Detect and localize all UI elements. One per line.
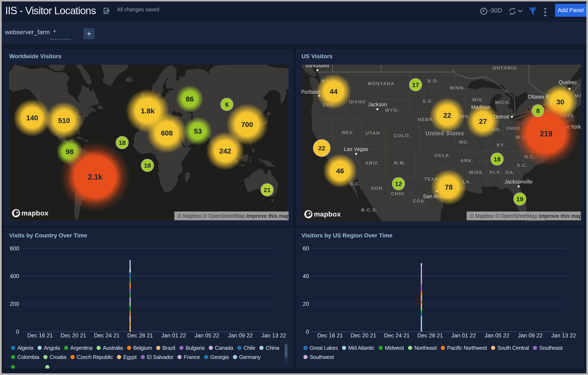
svg-text:140: 140 (26, 114, 38, 122)
svg-text:Jan 05 22: Jan 05 22 (195, 332, 219, 339)
svg-text:242: 242 (219, 147, 231, 155)
svg-text:Jackson: Jackson (368, 101, 387, 107)
svg-text:86: 86 (186, 95, 194, 103)
svg-text:0: 0 (306, 329, 309, 335)
svg-text:Las Vegas: Las Vegas (344, 146, 368, 152)
svg-text:mapbox: mapbox (21, 209, 49, 217)
svg-text:ARK.: ARK. (460, 158, 474, 163)
svg-text:8: 8 (536, 107, 540, 114)
svg-text:600: 600 (10, 245, 19, 252)
svg-text:Jan 05 22: Jan 05 22 (484, 332, 509, 339)
svg-text:WYO.: WYO. (385, 108, 399, 113)
svg-text:78: 78 (445, 183, 453, 191)
svg-text:OKLA.: OKLA. (434, 153, 451, 158)
svg-text:ONTARIO: ONTARIO (493, 65, 517, 71)
svg-text:Dec 20 21: Dec 20 21 (61, 332, 86, 339)
svg-text:608: 608 (161, 129, 173, 137)
svg-text:60: 60 (303, 245, 309, 252)
svg-text:53: 53 (194, 127, 202, 135)
svg-text:MISS.: MISS. (469, 170, 484, 175)
svg-text:mapbox: mapbox (314, 210, 341, 218)
svg-text:Jan 13 22: Jan 13 22 (551, 332, 576, 339)
svg-text:CHIH.: CHIH. (391, 191, 406, 196)
svg-text:Dec 16 21: Dec 16 21 (317, 332, 343, 339)
svg-text:Jan 01 22: Jan 01 22 (161, 332, 186, 339)
svg-text:ALA.: ALA. (489, 169, 502, 175)
svg-text:IDAHO: IDAHO (349, 99, 366, 104)
svg-text:17: 17 (412, 81, 419, 88)
svg-text:COLO.: COLO. (394, 133, 411, 138)
svg-text:Jan 09 22: Jan 09 22 (228, 332, 253, 339)
svg-text:22: 22 (443, 111, 451, 119)
svg-text:21: 21 (263, 187, 271, 193)
svg-text:700: 700 (241, 121, 253, 128)
svg-text:0: 0 (16, 329, 19, 335)
svg-text:N.M.: N.M. (394, 160, 406, 165)
svg-text:MO.: MO. (459, 140, 469, 145)
svg-text:S.C.: S.C. (517, 163, 528, 168)
svg-text:© Mapbox © OpenStreetMap Impro: © Mapbox © OpenStreetMap Improve this ma… (178, 213, 289, 219)
svg-text:NEV.: NEV. (342, 130, 354, 135)
svg-text:KY.: KY. (497, 143, 505, 148)
svg-text:44: 44 (330, 88, 337, 95)
svg-text:20: 20 (303, 301, 309, 307)
svg-text:22: 22 (318, 145, 325, 152)
svg-text:MINN.: MINN. (450, 85, 466, 90)
svg-text:S.D.: S.D. (423, 99, 434, 104)
svg-text:19: 19 (516, 196, 523, 202)
svg-text:40: 40 (303, 273, 309, 279)
svg-text:400: 400 (10, 273, 19, 279)
svg-text:Jan 01 22: Jan 01 22 (451, 332, 476, 339)
svg-text:1.8k: 1.8k (141, 107, 155, 115)
svg-text:18: 18 (119, 139, 126, 146)
svg-text:219: 219 (540, 130, 552, 138)
svg-text:SON.: SON. (371, 186, 384, 191)
svg-text:6: 6 (225, 101, 229, 108)
svg-text:WIS.: WIS. (472, 97, 484, 102)
svg-text:Vancouver: Vancouver (305, 65, 330, 68)
svg-text:510: 510 (58, 117, 70, 124)
svg-text:Dec 24 21: Dec 24 21 (94, 332, 119, 339)
svg-text:2.1k: 2.1k (88, 173, 103, 181)
svg-text:Jan 09 22: Jan 09 22 (518, 332, 543, 339)
svg-text:ARIZ.: ARIZ. (365, 160, 380, 165)
svg-text:Jan 13 22: Jan 13 22 (262, 332, 286, 339)
svg-text:Ottawa: Ottawa (528, 94, 544, 99)
svg-text:Dec 24 21: Dec 24 21 (384, 332, 410, 339)
svg-text:B.C.S.: B.C.S. (361, 207, 378, 212)
svg-text:MONTANA: MONTANA (368, 81, 395, 86)
svg-text:46: 46 (336, 167, 344, 175)
svg-text:Dec 28 21: Dec 28 21 (127, 332, 153, 339)
svg-text:12: 12 (395, 180, 402, 187)
svg-text:N.D.: N.D. (427, 78, 439, 84)
svg-text:Dec 28 21: Dec 28 21 (417, 332, 443, 339)
svg-text:MICH.: MICH. (495, 100, 511, 105)
svg-text:Jacksonville: Jacksonville (504, 179, 533, 185)
svg-text:© Mapbox © OpenStreetMap Impro: © Mapbox © OpenStreetMap Improve this ma… (470, 213, 581, 219)
svg-text:18: 18 (494, 156, 500, 163)
svg-text:UTAH: UTAH (366, 131, 380, 136)
svg-text:GA.: GA. (505, 170, 515, 175)
svg-text:18: 18 (144, 162, 151, 169)
svg-text:27: 27 (479, 117, 487, 125)
svg-text:Dec 20 21: Dec 20 21 (350, 332, 376, 339)
svg-text:Dec 16 21: Dec 16 21 (27, 332, 53, 339)
svg-text:200: 200 (10, 301, 19, 307)
